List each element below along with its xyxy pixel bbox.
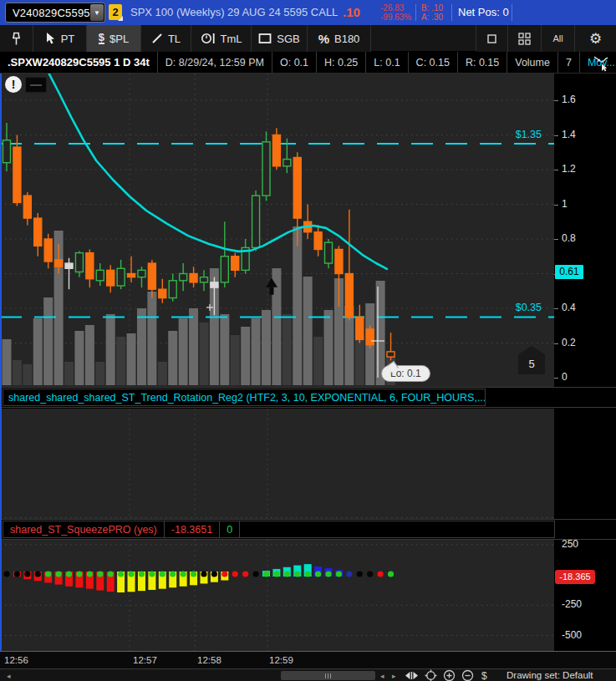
status-bar: ◂ ◂ ▸: [0, 668, 616, 681]
squeeze-study-value: -18.3651: [165, 521, 220, 537]
warning-icon[interactable]: !: [5, 76, 22, 93]
pan-left-button[interactable]: ◂: [380, 669, 384, 681]
price-tick-mark: [554, 308, 558, 309]
pt-label: PT: [61, 33, 75, 45]
sgb-tool-button[interactable]: SGB: [252, 25, 308, 52]
zoom-out-icon: [461, 669, 474, 681]
instrument-description: SPX 100 (Weeklys) 29 AUG 24 5595 CALL: [130, 6, 338, 18]
timeline-tool-button[interactable]: TmL: [191, 25, 252, 52]
squeeze-study-pane: -18.365 250-250-500: [0, 540, 616, 651]
settings-button[interactable]: ⚙: [575, 25, 616, 52]
expand-bars-button[interactable]: [405, 669, 419, 681]
bid-ask: B: .10 A: .30: [421, 3, 443, 22]
drawing-set-label[interactable]: Drawing set: Default: [507, 670, 593, 680]
low-field: L: 0.1: [366, 52, 408, 73]
pushpin-icon: [10, 32, 23, 46]
scrollbar-grip[interactable]: [325, 673, 332, 678]
price-chart-plot[interactable]: $1.35$0.35 ! Lo: 0.1 5: [0, 74, 554, 387]
trend-svg[interactable]: [0, 409, 554, 519]
squeeze-axis: -18.365 250-250-500: [554, 540, 616, 651]
price-tick-mark: [554, 135, 558, 136]
pl-label: $PL: [109, 33, 129, 45]
split-arrows-icon: [405, 670, 419, 681]
all-button[interactable]: All: [542, 25, 575, 52]
squeeze-plot[interactable]: [0, 540, 554, 651]
squeeze-header-cells: shared_ST_SqueezePRO (yes) -18.3651 0: [3, 521, 555, 538]
divider: [512, 4, 512, 21]
price-tick-mark: [554, 205, 558, 206]
trend-axis: [554, 409, 616, 519]
open-field: O: 0.1: [272, 52, 317, 73]
b180-tool-button[interactable]: % B180: [308, 25, 371, 52]
squeeze-study-label[interactable]: shared_ST_SqueezePRO (yes): [3, 521, 165, 537]
low-tooltip: Lo: 0.1: [381, 365, 430, 382]
ask-value: A: .30: [421, 13, 443, 22]
price-tick-label: 0.2: [562, 337, 576, 348]
time-label: 12:56: [4, 655, 28, 665]
crosshair-mode-button[interactable]: [425, 669, 437, 681]
date-field: D: 8/29/24, 12:59 PM: [158, 52, 272, 73]
squeeze-svg[interactable]: [0, 540, 554, 651]
price-axis[interactable]: 0.61 00.20.40.60.811.21.41.6: [554, 74, 616, 387]
squeeze-value-badge: -18.365: [555, 570, 595, 584]
b180-label: B180: [334, 33, 359, 45]
cursor-arrow-icon: [45, 32, 56, 45]
squeeze-header-filler: [240, 521, 554, 537]
price-chart-svg[interactable]: $1.35$0.35: [0, 74, 554, 387]
squeeze-tick-label: -500: [562, 629, 582, 641]
range-field: R: 0.15: [458, 52, 507, 73]
crosshair-target-icon: [425, 669, 437, 681]
alerts-badge[interactable]: 2: [109, 4, 122, 20]
price-tick-label: 1.2: [562, 163, 576, 175]
panel-button[interactable]: [476, 25, 508, 52]
high-field: H: 0.25: [317, 52, 366, 73]
symbol-text: V240829C5595: [6, 7, 90, 19]
squeeze-study-header: shared_ST_SqueezePRO (yes) -18.3651 0: [0, 519, 616, 540]
time-label: 12:57: [133, 655, 157, 665]
small-square-icon: [487, 34, 496, 43]
pin-button[interactable]: [0, 25, 33, 52]
time-label: 12:58: [197, 655, 221, 665]
change-percent: -99.63%: [380, 13, 411, 22]
chevron-down-icon: ▼: [94, 9, 100, 17]
sgb-label: SGB: [277, 33, 299, 45]
divider: [451, 4, 452, 21]
squeeze-tick-label: 250: [562, 538, 578, 550]
zoom-in-icon: [443, 669, 456, 681]
gear-icon: ⚙: [589, 32, 602, 46]
trend-plot[interactable]: [0, 409, 554, 519]
symbol-dropdown-button[interactable]: ▼: [90, 4, 104, 21]
scroll-left-button[interactable]: ◂: [7, 669, 11, 681]
pan-right-button[interactable]: ▸: [392, 669, 396, 681]
trend-study-header: shared_shared_shared_ST_Trend_Rotation_R…: [0, 387, 616, 408]
price-change: -26.83 -99.63%: [380, 3, 411, 22]
symbol-input[interactable]: V240829C5595 ▼: [5, 3, 105, 23]
price-tick-label: 1: [562, 198, 568, 210]
main-chart-pane: $1.35$0.35 ! Lo: 0.1 5 0.61 00.20.40.60.…: [0, 74, 616, 387]
tl-label: TL: [168, 33, 181, 45]
price-tick-label: 0: [562, 371, 568, 383]
chart-ohlc-header: .SPXW240829C5595 1 D 34t D: 8/29/24, 12:…: [0, 52, 616, 74]
price-tick-label: 1.4: [562, 129, 576, 140]
divider: [415, 4, 416, 21]
price-scale-button[interactable]: $: [481, 669, 487, 681]
cursor-tracking-icon[interactable]: [591, 53, 611, 76]
price-tick-label: 1.6: [562, 94, 576, 105]
zoom-in-button[interactable]: [443, 669, 456, 681]
grid-layout-button[interactable]: [508, 25, 542, 52]
horizontal-scrollbar[interactable]: [281, 671, 375, 680]
price-tick-mark: [554, 239, 558, 240]
percent-icon: %: [318, 32, 329, 46]
squeeze-zero-value: 0: [220, 521, 240, 537]
dollar-underline-icon: $: [99, 33, 104, 44]
trend-study-pane: [0, 409, 616, 519]
tml-label: TmL: [221, 33, 242, 45]
pt-tool-button[interactable]: PT: [33, 25, 87, 52]
trend-study-label[interactable]: shared_shared_shared_ST_Trend_Rotation_R…: [3, 389, 486, 406]
bid-value: B: .10: [421, 3, 443, 13]
time-axis: 12:5612:5712:5812:59: [0, 651, 616, 668]
price-tick-mark: [554, 378, 558, 379]
pl-tool-button[interactable]: $ $PL: [87, 25, 141, 52]
zoom-out-button[interactable]: [461, 669, 474, 681]
trendline-tool-button[interactable]: TL: [141, 25, 191, 52]
